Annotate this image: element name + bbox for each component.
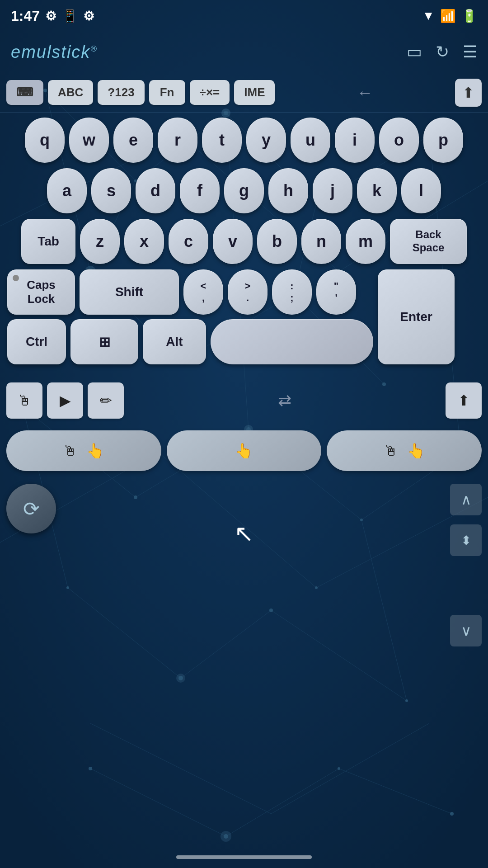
key-x[interactable]: x xyxy=(124,219,164,264)
key-c[interactable]: c xyxy=(169,219,208,264)
scroll-down-btn[interactable]: ∨ xyxy=(450,615,482,646)
key-b[interactable]: b xyxy=(257,219,297,264)
key-s[interactable]: s xyxy=(91,168,131,213)
right-gesture-icon: 👆 xyxy=(407,442,425,459)
row4-top: CapsLock Shift <, >. :; "' xyxy=(7,269,373,315)
middle-gesture-icon: 👆 xyxy=(235,442,253,459)
key-r[interactable]: r xyxy=(158,118,197,163)
key-m[interactable]: m xyxy=(346,219,385,264)
status-bar: 1:47 ⚙ 📱 ⚙ ▼ 📶 🔋 xyxy=(0,0,488,32)
status-time: 1:47 xyxy=(11,8,40,24)
row4-left-group: CapsLock Shift <, >. :; "' Ctrl ⊞ Alt xyxy=(7,269,373,364)
split-scroll-btn[interactable]: ⬍ xyxy=(450,524,482,556)
windows-icon: ⊞ xyxy=(99,334,110,350)
key-tab[interactable]: Tab xyxy=(21,219,75,264)
upload-btn[interactable]: ⬆ xyxy=(455,79,482,107)
battery-icon: 🔋 xyxy=(461,9,477,24)
bottom-icons-row: 🖱 ▶ ✏ ⇄ ⬆ xyxy=(0,379,488,422)
mouse-buttons-row: 🖱 👆 👆 🖱 👆 xyxy=(0,427,488,475)
key-ctrl[interactable]: Ctrl xyxy=(7,319,66,364)
key-win[interactable]: ⊞ xyxy=(70,319,138,364)
key-p[interactable]: p xyxy=(423,118,463,163)
key-comma-lt[interactable]: <, xyxy=(183,269,223,315)
key-enter[interactable]: Enter xyxy=(378,269,455,364)
keyboard-row-1: q w e r t y u i o p xyxy=(4,118,484,163)
key-f[interactable]: f xyxy=(180,168,220,213)
fab-rotate-btn[interactable]: ⟳ xyxy=(6,484,56,533)
app-bar: emulstick® ▭ ↻ ☰ xyxy=(0,32,488,72)
num-btn[interactable]: ?123 xyxy=(98,80,144,105)
key-v[interactable]: v xyxy=(213,219,253,264)
settings-icon1: ⚙ xyxy=(45,9,56,24)
status-right: ▼ 📶 🔋 xyxy=(422,9,477,24)
abc-btn[interactable]: ABC xyxy=(48,80,93,105)
middle-mouse-btn[interactable]: 👆 xyxy=(167,430,322,471)
key-e[interactable]: e xyxy=(113,118,153,163)
right-mouse-btn[interactable]: 🖱 👆 xyxy=(327,430,482,471)
key-h[interactable]: h xyxy=(268,168,308,213)
left-arrow-icon: ← xyxy=(357,83,373,102)
key-capslock[interactable]: CapsLock xyxy=(7,269,75,315)
row5-bottom: Ctrl ⊞ Alt xyxy=(7,319,373,364)
right-mouse-icon: 🖱 xyxy=(384,443,398,459)
mouse-mode-btn[interactable]: 🖱 xyxy=(6,382,42,419)
key-y[interactable]: y xyxy=(246,118,286,163)
left-gesture-icon: 👆 xyxy=(86,442,104,459)
keyboard-row-3: Tab z x c v b n m BackSpace xyxy=(4,219,484,264)
key-w[interactable]: w xyxy=(69,118,109,163)
key-d[interactable]: d xyxy=(136,168,175,213)
key-t[interactable]: t xyxy=(202,118,242,163)
settings-icon2: ⚙ xyxy=(83,9,94,24)
toolbar: ⌨ ABC ?123 Fn ÷×= IME ← ⬆ xyxy=(0,72,488,113)
key-period-gt[interactable]: >. xyxy=(228,269,267,315)
key-q[interactable]: q xyxy=(25,118,65,163)
cursor-pointer: ↖ xyxy=(234,520,254,547)
cursor-mode-btn[interactable]: ▶ xyxy=(47,382,83,419)
toolbar-spacer: ← xyxy=(279,83,450,102)
keyboard-row-4: CapsLock Shift <, >. :; "' Ctrl ⊞ Alt xyxy=(4,269,484,364)
key-a[interactable]: a xyxy=(47,168,87,213)
keyboard-row-2: a s d f g h j k l xyxy=(4,168,484,213)
key-u[interactable]: u xyxy=(291,118,330,163)
key-k[interactable]: k xyxy=(357,168,397,213)
signal-icon: 📶 xyxy=(440,9,456,24)
bidirectional-arrow-icon: ⇄ xyxy=(278,391,291,410)
ime-btn[interactable]: IME xyxy=(234,80,275,105)
side-arrows: ∧ ⬍ xyxy=(450,484,482,556)
left-mouse-icon: 🖱 xyxy=(63,443,77,459)
bottom-arrows: ⇄ xyxy=(128,391,441,410)
sym-btn[interactable]: ÷×= xyxy=(190,80,230,105)
key-o[interactable]: o xyxy=(379,118,419,163)
app-bar-icons: ▭ ↻ ☰ xyxy=(407,42,477,61)
home-bar xyxy=(176,855,312,859)
key-backspace[interactable]: BackSpace xyxy=(390,219,467,264)
key-shift[interactable]: Shift xyxy=(80,269,179,315)
refresh-icon[interactable]: ↻ xyxy=(436,42,449,61)
rotate-icon: ⟳ xyxy=(23,497,40,520)
status-left: 1:47 ⚙ 📱 ⚙ xyxy=(11,8,94,24)
capslock-led xyxy=(13,275,19,281)
key-semicolon[interactable]: :; xyxy=(272,269,312,315)
keyboard-toggle-btn[interactable]: ⌨ xyxy=(6,80,43,105)
key-i[interactable]: i xyxy=(335,118,375,163)
scroll-up-btn[interactable]: ∧ xyxy=(450,484,482,515)
left-mouse-btn[interactable]: 🖱 👆 xyxy=(6,430,161,471)
key-g[interactable]: g xyxy=(224,168,264,213)
sim-icon: 📱 xyxy=(62,9,78,24)
lower-area: ⟳ ↖ ∧ ⬍ ∨ xyxy=(0,484,488,656)
key-n[interactable]: n xyxy=(301,219,341,264)
menu-icon[interactable]: ☰ xyxy=(463,42,477,61)
key-j[interactable]: j xyxy=(313,168,352,213)
screen-icon[interactable]: ▭ xyxy=(407,42,422,61)
fn-btn[interactable]: Fn xyxy=(149,80,185,105)
scroll-down-area: ∨ xyxy=(450,615,482,646)
key-space[interactable] xyxy=(211,319,373,364)
key-l[interactable]: l xyxy=(401,168,441,213)
key-quote[interactable]: "' xyxy=(316,269,356,315)
wifi-icon: ▼ xyxy=(422,9,435,23)
key-z[interactable]: z xyxy=(80,219,120,264)
keyboard-area: q w e r t y u i o p a s d f g h j k l Ta… xyxy=(0,113,488,374)
pencil-mode-btn[interactable]: ✏ xyxy=(88,382,124,419)
key-alt[interactable]: Alt xyxy=(143,319,206,364)
bottom-upload-btn[interactable]: ⬆ xyxy=(446,382,482,419)
